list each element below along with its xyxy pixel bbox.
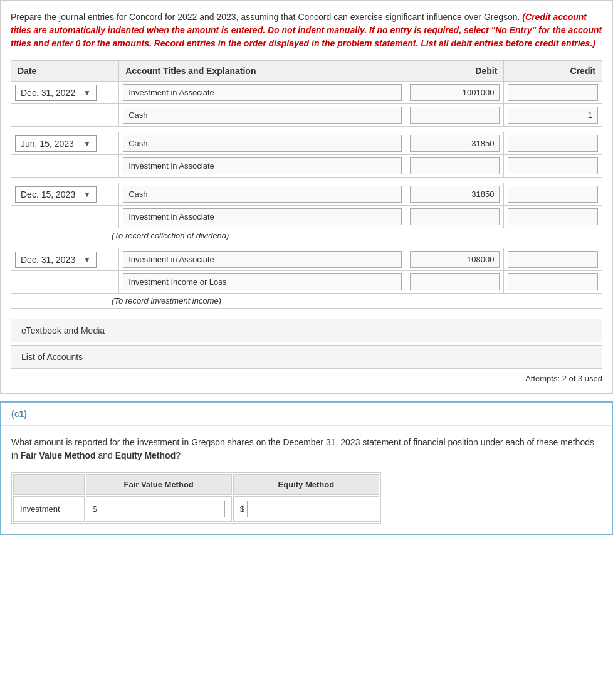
eq-input-wrap: $ bbox=[240, 501, 372, 517]
credit-input-3a[interactable] bbox=[508, 186, 598, 203]
methods-row: Investment $ $ bbox=[13, 496, 379, 522]
account-cell-2b bbox=[119, 155, 406, 178]
fair-value-input[interactable] bbox=[100, 501, 225, 517]
instructions-main: Prepare the journal entries for Concord … bbox=[11, 12, 520, 22]
credit-input-1b[interactable] bbox=[508, 107, 598, 124]
date-cell-4b bbox=[11, 271, 119, 294]
table-row: Dec. 31, 2023 ▼ bbox=[11, 248, 602, 271]
equity-input[interactable] bbox=[247, 501, 372, 517]
methods-eq-cell: $ bbox=[233, 496, 379, 522]
account-cell-3b bbox=[119, 206, 406, 228]
methods-header-fv: Fair Value Method bbox=[86, 474, 232, 495]
credit-cell-4b bbox=[504, 271, 602, 294]
fv-input-wrap: $ bbox=[93, 501, 225, 517]
credit-input-3b[interactable] bbox=[508, 208, 598, 225]
debit-input-3b[interactable] bbox=[410, 208, 500, 225]
fv-dollar: $ bbox=[93, 504, 97, 514]
debit-cell-1a bbox=[406, 82, 504, 104]
date-dropdown-2[interactable]: Jun. 15, 2023 ▼ bbox=[15, 135, 97, 152]
table-row bbox=[11, 155, 602, 178]
methods-header-empty bbox=[13, 474, 85, 495]
debit-input-4a[interactable] bbox=[410, 251, 500, 268]
account-cell-4b bbox=[119, 271, 406, 294]
debit-cell-1b bbox=[406, 104, 504, 127]
account-input-3a[interactable] bbox=[123, 186, 402, 203]
date-cell-3: Dec. 15, 2023 ▼ bbox=[11, 183, 119, 206]
credit-input-4a[interactable] bbox=[508, 251, 598, 268]
table-row: Dec. 15, 2023 ▼ bbox=[11, 183, 602, 206]
date-dropdown-4-label: Dec. 31, 2023 bbox=[21, 255, 75, 265]
c1-header: (c1) bbox=[1, 403, 612, 426]
table-row bbox=[11, 271, 602, 294]
account-input-3b[interactable] bbox=[123, 208, 402, 225]
note-row-3: (To record collection of dividend) bbox=[11, 228, 602, 243]
c1-body: What amount is reported for the investme… bbox=[1, 426, 612, 534]
date-cell-4: Dec. 31, 2023 ▼ bbox=[11, 248, 119, 271]
table-row: Jun. 15, 2023 ▼ bbox=[11, 132, 602, 155]
etextbook-accordion[interactable]: eTextbook and Media bbox=[11, 319, 602, 342]
date-cell-1b bbox=[11, 104, 119, 127]
date-dropdown-4[interactable]: Dec. 31, 2023 ▼ bbox=[15, 252, 97, 268]
c1-question: What amount is reported for the investme… bbox=[11, 436, 602, 462]
credit-cell-4a bbox=[504, 248, 602, 271]
debit-cell-2b bbox=[406, 155, 504, 178]
methods-fv-cell: $ bbox=[86, 496, 232, 522]
main-section: Prepare the journal entries for Concord … bbox=[0, 0, 613, 394]
chevron-down-icon: ▼ bbox=[83, 88, 91, 97]
methods-header-eq: Equity Method bbox=[233, 474, 379, 495]
eq-dollar: $ bbox=[240, 504, 244, 514]
date-cell-2: Jun. 15, 2023 ▼ bbox=[11, 132, 119, 155]
header-credit: Credit bbox=[504, 61, 602, 82]
attempts-text: Attempts: 2 of 3 used bbox=[11, 374, 602, 383]
debit-input-3a[interactable] bbox=[410, 186, 500, 203]
credit-input-2b[interactable] bbox=[508, 157, 598, 174]
debit-cell-4b bbox=[406, 271, 504, 294]
date-cell-3b bbox=[11, 206, 119, 228]
spacer-row bbox=[11, 243, 602, 248]
date-dropdown-2-label: Jun. 15, 2023 bbox=[21, 139, 74, 149]
account-input-2a[interactable] bbox=[123, 135, 402, 152]
credit-input-4b[interactable] bbox=[508, 273, 598, 290]
header-debit: Debit bbox=[406, 61, 504, 82]
credit-input-1a[interactable] bbox=[508, 84, 598, 101]
table-row: Dec. 31, 2022 ▼ bbox=[11, 82, 602, 104]
account-input-1a[interactable] bbox=[123, 84, 402, 101]
account-cell-3a bbox=[119, 183, 406, 206]
c1-and-text: and bbox=[98, 450, 113, 460]
debit-cell-4a bbox=[406, 248, 504, 271]
debit-input-1a[interactable] bbox=[410, 84, 500, 101]
debit-input-4b[interactable] bbox=[410, 273, 500, 290]
debit-cell-2a bbox=[406, 132, 504, 155]
account-cell-2a bbox=[119, 132, 406, 155]
account-input-2b[interactable] bbox=[123, 157, 402, 174]
debit-input-1b[interactable] bbox=[410, 107, 500, 124]
credit-cell-1b bbox=[504, 104, 602, 127]
journal-table: Date Account Titles and Explanation Debi… bbox=[11, 60, 602, 309]
credit-cell-3a bbox=[504, 183, 602, 206]
table-row bbox=[11, 104, 602, 127]
account-input-1b[interactable] bbox=[123, 107, 402, 124]
section-c1: (c1) What amount is reported for the inv… bbox=[0, 401, 613, 535]
note-text-4: (To record investment income) bbox=[11, 294, 602, 309]
date-dropdown-3-label: Dec. 15, 2023 bbox=[21, 189, 75, 199]
c1-fair-value-label: Fair Value Method bbox=[21, 450, 96, 460]
date-cell-2b bbox=[11, 155, 119, 178]
date-dropdown-1[interactable]: Dec. 31, 2022 ▼ bbox=[15, 85, 97, 101]
methods-eq-label: Equity Method bbox=[278, 480, 335, 489]
debit-input-2a[interactable] bbox=[410, 135, 500, 152]
methods-fv-label: Fair Value Method bbox=[124, 480, 194, 489]
credit-cell-2a bbox=[504, 132, 602, 155]
note-row-4: (To record investment income) bbox=[11, 294, 602, 309]
table-row bbox=[11, 206, 602, 228]
list-of-accounts-accordion[interactable]: List of Accounts bbox=[11, 345, 602, 369]
chevron-down-icon: ▼ bbox=[83, 139, 91, 148]
credit-input-2a[interactable] bbox=[508, 135, 598, 152]
spacer-row bbox=[11, 178, 602, 183]
debit-input-2b[interactable] bbox=[410, 157, 500, 174]
chevron-down-icon: ▼ bbox=[83, 255, 91, 264]
credit-cell-1a bbox=[504, 82, 602, 104]
account-input-4b[interactable] bbox=[123, 273, 402, 290]
account-input-4a[interactable] bbox=[123, 251, 402, 268]
header-account: Account Titles and Explanation bbox=[119, 61, 406, 82]
date-dropdown-3[interactable]: Dec. 15, 2023 ▼ bbox=[15, 186, 97, 203]
